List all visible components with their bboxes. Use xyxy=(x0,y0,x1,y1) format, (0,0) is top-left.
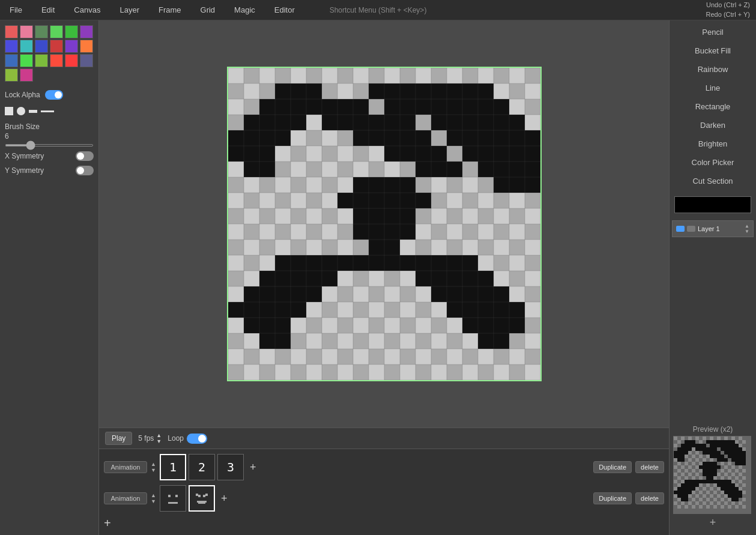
main-area: Lock Alpha Brush Size 6 X Symmetry xyxy=(0,20,756,535)
delete-button-1[interactable]: delete xyxy=(635,461,664,473)
loop-toggle[interactable] xyxy=(187,434,207,444)
add-animation-row: + xyxy=(99,514,669,533)
right-panel: Pencil Bucket Fill Rainbow Line Rectangl… xyxy=(669,20,756,535)
pixel-canvas[interactable] xyxy=(227,67,542,381)
tool-cut-section[interactable]: Cut Section xyxy=(670,172,756,190)
brush-size-value: 6 xyxy=(5,132,94,141)
color-swatch[interactable] xyxy=(65,54,78,67)
layer-name-1: Layer 1 xyxy=(698,225,742,232)
active-color-preview[interactable] xyxy=(674,196,751,213)
tool-bucket-fill[interactable]: Bucket Fill xyxy=(670,41,756,60)
color-swatch[interactable] xyxy=(20,25,33,38)
layer-visibility-icon[interactable] xyxy=(676,226,685,232)
color-swatch[interactable] xyxy=(35,25,48,38)
color-swatch[interactable] xyxy=(20,40,33,53)
y-symmetry-toggle[interactable] xyxy=(76,166,94,175)
y-symmetry-row: Y Symmetry xyxy=(5,166,94,175)
tool-color-picker[interactable]: Color Picker xyxy=(670,153,756,172)
tool-brighten[interactable]: Brighten xyxy=(670,135,756,153)
layer-item-1[interactable]: Layer 1 ▲ ▼ xyxy=(672,220,754,237)
svg-rect-6 xyxy=(203,495,205,497)
svg-rect-7 xyxy=(197,501,207,503)
left-panel: Lock Alpha Brush Size 6 X Symmetry xyxy=(0,20,99,535)
color-swatch[interactable] xyxy=(65,25,78,38)
redo-label[interactable]: Redo (Ctrl + Y) xyxy=(706,10,750,19)
brush-circle[interactable] xyxy=(17,107,25,115)
x-symmetry-toggle[interactable] xyxy=(76,151,94,161)
layer-frame-icon xyxy=(687,226,695,232)
menu-layer[interactable]: Layer xyxy=(116,4,143,16)
frame-thumb-2-1[interactable] xyxy=(160,485,186,512)
tool-pencil[interactable]: Pencil xyxy=(670,23,756,41)
shortcut-hint: Shortcut Menu (Shift + <Key>) xyxy=(330,6,427,14)
menu-edit[interactable]: Edit xyxy=(38,4,58,16)
anim-arrows-1[interactable]: ▲ ▼ xyxy=(150,461,157,473)
brush-square[interactable] xyxy=(5,107,13,115)
animation-label-1[interactable]: Animation xyxy=(104,461,147,473)
preview-add-button[interactable]: + xyxy=(673,514,752,531)
color-swatch[interactable] xyxy=(50,40,63,53)
color-swatch[interactable] xyxy=(80,54,93,67)
add-animation-button[interactable]: + xyxy=(104,516,111,530)
frame-thumb-1-2[interactable]: 2 xyxy=(189,454,215,480)
color-swatch[interactable] xyxy=(50,54,63,67)
loop-label: Loop xyxy=(168,434,184,443)
tool-line[interactable]: Line xyxy=(670,79,756,97)
y-symmetry-label: Y Symmetry xyxy=(5,166,44,175)
menu-canvas[interactable]: Canvas xyxy=(70,4,104,16)
canvas-wrapper xyxy=(99,20,669,428)
animation-label-2[interactable]: Animation xyxy=(104,492,147,504)
undo-label[interactable]: Undo (Ctrl + Z) xyxy=(706,1,750,10)
tool-darken[interactable]: Darken xyxy=(670,116,756,135)
play-button[interactable]: Play xyxy=(105,432,132,445)
duplicate-button-1[interactable]: Duplicate xyxy=(593,461,632,473)
svg-rect-4 xyxy=(205,494,208,496)
layer-order-arrows[interactable]: ▲ ▼ xyxy=(745,223,749,234)
brush-line[interactable] xyxy=(41,110,54,112)
menu-magic[interactable]: Magic xyxy=(231,4,259,16)
color-swatch[interactable] xyxy=(35,40,48,53)
frame-thumb-1-1[interactable]: 1 xyxy=(160,454,186,480)
menu-editor[interactable]: Editor xyxy=(271,4,298,16)
duplicate-button-2[interactable]: Duplicate xyxy=(593,492,632,504)
tool-rectangle[interactable]: Rectangle xyxy=(670,97,756,116)
color-swatch[interactable] xyxy=(20,68,33,82)
brush-size-slider[interactable] xyxy=(5,144,94,147)
color-swatch[interactable] xyxy=(5,68,18,82)
brush-thin[interactable] xyxy=(29,110,37,113)
color-swatch[interactable] xyxy=(5,25,18,38)
color-swatch[interactable] xyxy=(5,54,18,67)
color-swatch[interactable] xyxy=(50,25,63,38)
fps-control: 5 fps ▲ ▼ xyxy=(138,432,162,444)
preview-section: Preview (x2) + xyxy=(670,422,756,535)
frame-thumb-1-3[interactable]: 3 xyxy=(217,454,244,480)
color-swatch[interactable] xyxy=(65,40,78,53)
brush-size-label: Brush Size xyxy=(5,122,94,131)
color-palette xyxy=(5,25,94,82)
animation-section: Animation ▲ ▼ 1 2 3 + Duplicate delete xyxy=(99,449,669,535)
svg-rect-0 xyxy=(168,495,171,497)
lock-alpha-toggle[interactable] xyxy=(45,90,63,100)
menu-frame[interactable]: Frame xyxy=(155,4,185,16)
brush-size-slider-row xyxy=(5,144,94,147)
color-swatch[interactable] xyxy=(5,40,18,53)
fps-arrows[interactable]: ▲ ▼ xyxy=(156,432,162,444)
preview-canvas xyxy=(673,436,751,514)
add-frame-1[interactable]: + xyxy=(246,461,260,474)
menu-file[interactable]: File xyxy=(6,4,26,16)
brush-shapes xyxy=(5,107,94,115)
canvas-area: Play 5 fps ▲ ▼ Loop Animation ▲ ▼ xyxy=(99,20,669,535)
frame-thumb-2-2[interactable] xyxy=(189,485,215,512)
color-swatch[interactable] xyxy=(80,25,93,38)
menu-grid[interactable]: Grid xyxy=(197,4,219,16)
loop-row: Loop xyxy=(168,434,207,444)
tool-rainbow[interactable]: Rainbow xyxy=(670,60,756,79)
color-swatch[interactable] xyxy=(35,54,48,67)
svg-rect-1 xyxy=(175,495,178,497)
color-swatch[interactable] xyxy=(80,40,93,53)
add-frame-2[interactable]: + xyxy=(217,492,231,505)
color-swatch[interactable] xyxy=(20,54,33,67)
anim-arrows-2[interactable]: ▲ ▼ xyxy=(150,492,157,504)
delete-button-2[interactable]: delete xyxy=(635,492,664,504)
svg-rect-3 xyxy=(196,494,198,496)
